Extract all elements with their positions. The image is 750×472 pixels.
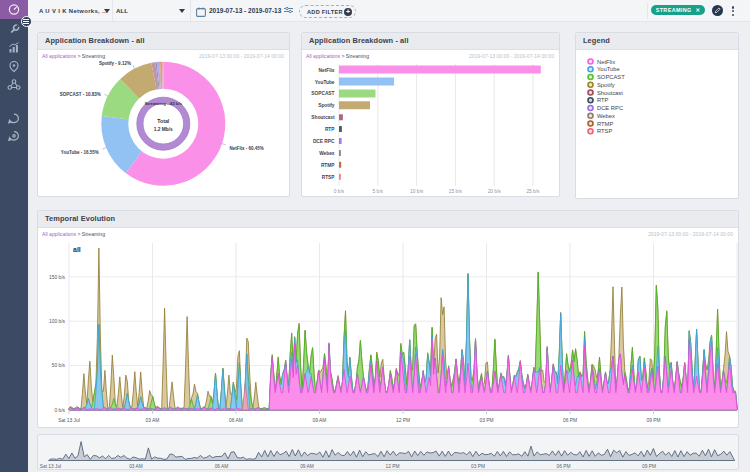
svg-text:12 PM: 12 PM: [386, 464, 400, 469]
svg-text:09 AM: 09 AM: [300, 464, 314, 469]
svg-text:09 PM: 09 PM: [642, 464, 656, 469]
svg-text:03 PM: 03 PM: [471, 464, 485, 469]
svg-text:06 AM: 06 AM: [215, 464, 229, 469]
svg-text:Sat 13 Jul: Sat 13 Jul: [40, 464, 61, 469]
svg-text:06 PM: 06 PM: [557, 464, 571, 469]
svg-text:03 AM: 03 AM: [129, 464, 143, 469]
